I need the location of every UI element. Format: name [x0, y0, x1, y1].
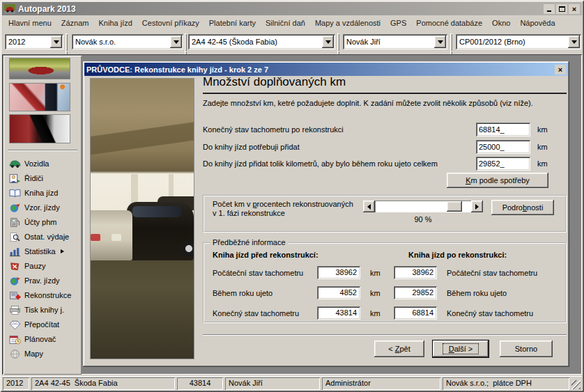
menu-gps[interactable]: GPS — [385, 17, 411, 29]
km-by-consumption-button[interactable]: Km podle spotřeby — [447, 173, 548, 188]
toolbar-grip[interactable] — [337, 33, 342, 51]
chevron-down-icon[interactable] — [170, 36, 182, 48]
status-company: Novák s.r.o.; plátce DPH — [443, 377, 569, 390]
expenses-magnifier-icon — [9, 232, 21, 242]
details-button[interactable]: Podrobnosti — [491, 200, 554, 215]
row-label-before: Počáteční stav tachometru — [213, 269, 303, 277]
driver-combobox-value: Novák Jiří — [343, 38, 434, 46]
car-icon — [9, 159, 21, 169]
logbook-icon — [9, 188, 21, 198]
maximize-icon — [559, 6, 565, 12]
before-odometer-start-field: 38962 — [317, 266, 360, 279]
km-total-year-input[interactable] — [476, 157, 530, 171]
reconstruction-book-icon — [9, 290, 21, 301]
before-odometer-end-field: 43814 — [317, 306, 360, 320]
sidebar-item-mapy[interactable]: Mapy — [6, 347, 80, 361]
sidebar-item-vozidla[interactable]: Vozidla — [6, 157, 80, 171]
maximize-button[interactable] — [556, 4, 567, 14]
sidebar-item-ridici[interactable]: Řidiči — [6, 171, 80, 185]
sidebar-item-tisk-knihy[interactable]: Tisk knihy j. — [6, 303, 80, 317]
year-combobox[interactable]: 2012 — [5, 34, 63, 49]
status-bar: 2012 2A4 42-45 Škoda Fabia 43814 Novák J… — [2, 376, 582, 391]
menu-hlavni-menu[interactable]: Hlavní menu — [3, 17, 56, 29]
km-unit-label: km — [370, 309, 381, 317]
resize-grip-icon[interactable] — [571, 380, 581, 389]
trip-order-combobox[interactable]: CP001/2012 (Brno) — [456, 34, 581, 49]
scroll-right-button[interactable] — [471, 201, 483, 212]
after-year-driven-field: 29852 — [394, 286, 437, 299]
menu-silnicni-dan[interactable]: Silniční daň — [261, 17, 310, 29]
dialog-heading: Množství doplňovaných km — [203, 75, 346, 89]
final-odometer-input[interactable] — [476, 123, 530, 136]
km-to-add-input[interactable] — [476, 140, 530, 154]
company-combobox-value: Novák s.r.o. — [72, 38, 170, 46]
chevron-down-icon[interactable] — [434, 36, 446, 48]
submenu-arrow-icon — [61, 249, 66, 253]
close-icon: × — [558, 66, 562, 73]
menu-zaznam[interactable]: Záznam — [56, 17, 94, 29]
fuel-photo-thumbnail[interactable] — [9, 114, 70, 143]
sidebar-item-ucty-phm[interactable]: Účty phm — [6, 215, 80, 229]
row-label-after: Konečný stav tachometru — [447, 309, 533, 317]
sidebar-item-label: Plánovač — [24, 335, 56, 343]
back-button[interactable]: < Zpět — [374, 340, 424, 357]
chevron-down-icon[interactable] — [322, 36, 334, 48]
sidebar-item-label: Prav. jízdy — [24, 276, 60, 285]
minimize-button[interactable] — [544, 4, 555, 14]
chevron-down-icon[interactable] — [568, 36, 580, 48]
sidebar-item-ostat-vydaje[interactable]: Ostat. výdaje — [6, 230, 80, 244]
status-user-role: Administrátor — [322, 377, 440, 390]
menu-napoveda[interactable]: Nápověda — [515, 17, 560, 29]
menu-cestovni-prikazy[interactable]: Cestovní příkazy — [137, 17, 204, 29]
statistics-chart-icon — [9, 246, 21, 257]
sidebar-item-rekonstrukce[interactable]: Rekonstrukce — [6, 288, 80, 302]
next-button[interactable]: Další > — [433, 340, 489, 357]
sidebar-item-label: Mapy — [24, 350, 43, 358]
dialog-close-button[interactable]: × — [555, 65, 566, 75]
sidebar: Vozidla Řidiči Kniha jízd Vzor. jízdy Úč… — [3, 56, 82, 375]
maps-globe-icon — [9, 349, 21, 359]
app-window: Autopark 2013 × Hlavní menu Záznam Kniha… — [0, 0, 584, 392]
dialog-intro-text: Zadejte množství km, ketré požadujete do… — [203, 99, 567, 107]
sidebar-item-label: Řidiči — [24, 174, 43, 182]
menu-okno[interactable]: Okno — [487, 17, 515, 29]
recalculate-diamond-icon — [9, 320, 21, 330]
sidebar-item-label: Statistika — [24, 247, 56, 256]
km-total-year-label: Do knihy jízd přidat tolik kilometrů, ab… — [203, 159, 438, 168]
sidebar-item-label: Účty phm — [24, 218, 56, 226]
menu-kniha-jizd[interactable]: Kniha jízd — [94, 17, 137, 29]
sidebar-item-statistika[interactable]: Statistika — [6, 244, 80, 258]
menu-platebni-karty[interactable]: Platební karty — [204, 17, 261, 29]
cancel-button[interactable]: Storno — [500, 340, 553, 357]
menu-mapy-a-vzdalenosti[interactable]: Mapy a vzdálenosti — [310, 17, 385, 29]
close-icon: × — [572, 6, 576, 13]
printer-icon — [9, 305, 21, 315]
travel-photo-thumbnail[interactable] — [9, 83, 70, 111]
sidebar-item-pauzy[interactable]: Pauzy — [6, 259, 80, 273]
row-label-after: Během roku ujeto — [447, 289, 507, 297]
chevron-down-icon[interactable] — [50, 36, 62, 48]
sidebar-item-vzor-jizdy[interactable]: Vzor. jízdy — [6, 201, 80, 214]
scrollbar-track[interactable] — [375, 201, 471, 212]
trip-order-combobox-value: CP001/2012 (Brno) — [456, 38, 568, 46]
close-button[interactable]: × — [569, 4, 580, 14]
final-odometer-label: Konečný stav tachometru po rekonstrukci — [203, 125, 344, 134]
sidebar-item-prav-jizdy[interactable]: Prav. jízdy — [6, 274, 80, 288]
sidebar-item-kniha-jizd[interactable]: Kniha jízd — [6, 186, 80, 200]
heading-rule — [203, 93, 567, 94]
window-title: Autopark 2013 — [18, 4, 542, 14]
before-header: Kniha jízd před rekonstrukcí: — [213, 251, 318, 259]
sidebar-item-planovac[interactable]: Plánovač — [6, 332, 80, 346]
toolbar-grip[interactable] — [66, 33, 70, 51]
toolbar-grip[interactable] — [450, 33, 455, 51]
sidebar-item-prepocitat[interactable]: Přepočítat — [6, 317, 80, 331]
company-combobox[interactable]: Novák s.r.o. — [72, 34, 183, 49]
driver-combobox[interactable]: Novák Jiří — [343, 34, 447, 49]
menu-pomocne-databaze[interactable]: Pomocné databáze — [411, 17, 487, 29]
scrollbar-thumb[interactable] — [447, 201, 462, 212]
vehicle-combobox[interactable]: 2A4 42-45 (Škoda Fabia) — [188, 34, 335, 49]
menu-bar: Hlavní menu Záznam Kniha jízd Cestovní p… — [2, 16, 582, 30]
scroll-left-button[interactable] — [363, 201, 375, 212]
cancel-button-label: Storno — [515, 345, 537, 353]
car-photo-thumbnail[interactable] — [9, 58, 70, 79]
